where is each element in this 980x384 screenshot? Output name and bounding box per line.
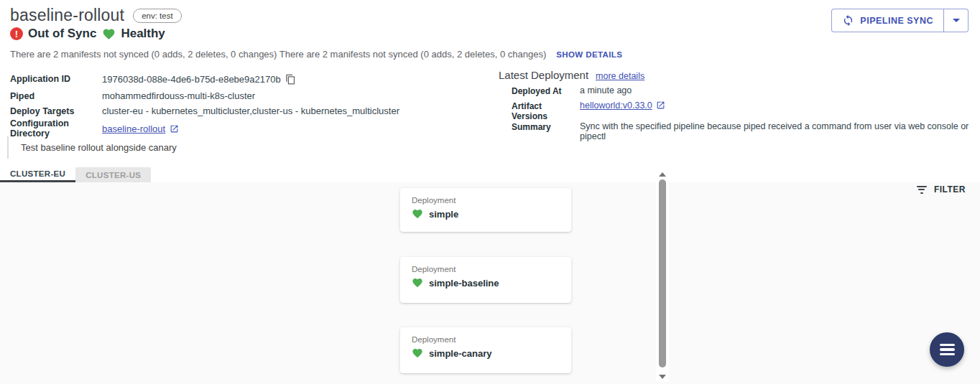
healthy-heart-icon [102, 27, 116, 41]
detail-row-piped: Piped mohammedfirdouss-multi-k8s-cluster [10, 88, 399, 103]
detail-label: Application ID [10, 74, 102, 84]
detail-row-deploy-targets: Deploy Targets cluster-eu - kubernetes_m… [10, 103, 399, 118]
latest-deployment-title: Latest Deployment [499, 69, 588, 81]
pipeline-sync-label: PIPELINE SYNC [860, 16, 933, 26]
filter-button[interactable]: FILTER [914, 179, 969, 200]
external-link-icon [170, 124, 179, 134]
detail-label: Piped [10, 91, 102, 101]
resource-kind-label: Deployment [412, 335, 560, 344]
title-row: baseline-rollout env: test [10, 6, 182, 25]
detail-label: Deploy Targets [10, 106, 102, 116]
latest-deployment-section: Latest Deployment more details Deployed … [499, 69, 970, 141]
deployed-at-value: a minute ago [580, 85, 632, 95]
hamburger-menu-icon [940, 344, 955, 356]
cluster-tabbar: CLUSTER-EU CLUSTER-US [0, 167, 151, 182]
more-details-link[interactable]: more details [596, 71, 644, 81]
chevron-down-icon [953, 19, 960, 22]
show-details-link[interactable]: SHOW DETAILS [556, 50, 622, 59]
healthy-heart-icon [412, 277, 423, 289]
detail-row-artifact-versions: Artifact Versions helloworld:v0.33.0 [499, 100, 970, 121]
health-status: Healthy [102, 27, 165, 41]
scrollbar-thumb[interactable] [659, 179, 666, 367]
resource-card-simple[interactable]: Deployment simple [400, 188, 571, 232]
sync-icon [842, 14, 854, 27]
sync-reason-text: There are 2 manifests not synced (0 adds… [10, 49, 546, 60]
detail-label: Artifact Versions [512, 100, 580, 121]
detail-row-application-id: Application ID 1976038d-088e-4de6-b75d-e… [10, 70, 399, 88]
sync-status: ! Out of Sync [10, 27, 96, 41]
filter-list-icon [917, 186, 927, 194]
menu-fab-button[interactable] [930, 332, 964, 367]
copy-icon[interactable] [285, 74, 296, 85]
application-state-canvas: FILTER Deployment simple Deployment simp… [0, 182, 980, 384]
resource-name: simple [429, 209, 458, 220]
detail-label: Configuration Directory [10, 118, 102, 139]
sync-reason-row: There are 2 manifests not synced (0 adds… [10, 49, 622, 60]
env-chip: env: test [133, 9, 181, 23]
config-directory-link[interactable]: baseline-rollout [102, 123, 165, 134]
pipeline-sync-button[interactable]: PIPELINE SYNC [832, 9, 944, 32]
resource-kind-label: Deployment [412, 265, 560, 273]
healthy-heart-icon [412, 347, 423, 359]
piped-value: mohammedfirdouss-multi-k8s-cluster [102, 90, 255, 101]
healthy-heart-icon [412, 208, 423, 220]
detail-label: Summary [512, 121, 580, 132]
application-detail-list: Application ID 1976038d-088e-4de6-b75d-e… [10, 70, 399, 139]
filter-label: FILTER [934, 184, 966, 195]
vertical-scrollbar[interactable] [656, 169, 669, 382]
resource-name: simple-baseline [429, 278, 499, 289]
artifact-version-link[interactable]: helloworld:v0.33.0 [580, 100, 652, 111]
status-row: ! Out of Sync Healthy [10, 27, 165, 41]
detail-label: Deployed At [512, 85, 580, 96]
health-status-label: Healthy [121, 27, 165, 41]
page-title: baseline-rollout [10, 6, 124, 25]
tab-cluster-eu[interactable]: CLUSTER-EU [0, 167, 75, 182]
scroll-up-arrow-icon[interactable] [659, 172, 666, 177]
sync-options-dropdown-button[interactable] [944, 9, 968, 32]
resource-name: simple-canary [429, 348, 491, 359]
detail-row-summary: Summary Sync with the specified pipeline… [499, 121, 970, 141]
deploy-targets-value: cluster-eu - kubernetes_multicluster,clu… [102, 106, 399, 116]
external-link-icon [656, 100, 665, 110]
out-of-sync-icon: ! [10, 27, 23, 40]
resource-kind-label: Deployment [412, 196, 560, 205]
application-detail-page: baseline-rollout env: test PIPELINE SYNC… [0, 0, 980, 384]
tab-cluster-us[interactable]: CLUSTER-US [75, 167, 151, 182]
resource-card-simple-baseline[interactable]: Deployment simple-baseline [400, 257, 571, 303]
scroll-down-arrow-icon[interactable] [659, 375, 666, 379]
detail-row-deployed-at: Deployed At a minute ago [499, 85, 970, 100]
resource-card-simple-canary[interactable]: Deployment simple-canary [400, 327, 571, 373]
detail-row-config-directory: Configuration Directory baseline-rollout [10, 118, 399, 139]
application-id-value: 1976038d-088e-4de6-b75d-e8ebe9a2170b [102, 74, 281, 85]
application-description: Test baseline rollout alongside canary [7, 136, 177, 159]
sync-status-label: Out of Sync [28, 27, 96, 41]
summary-value: Sync with the specified pipeline because… [580, 121, 970, 141]
app-header: baseline-rollout env: test PIPELINE SYNC… [0, 0, 980, 167]
pipeline-sync-split-button: PIPELINE SYNC [831, 9, 969, 32]
